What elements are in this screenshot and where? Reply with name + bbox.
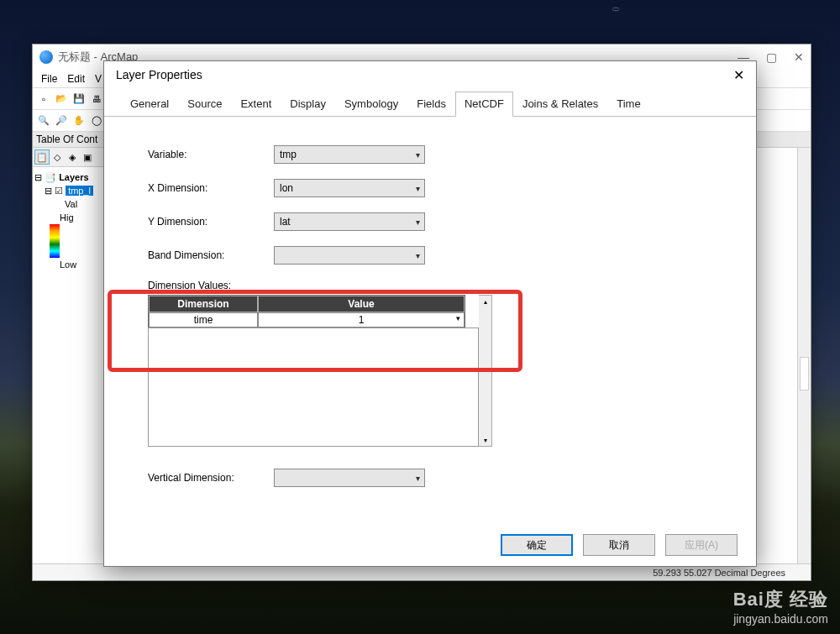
- table-row: time 1: [149, 312, 465, 327]
- dim-header-dimension: Dimension: [149, 296, 258, 312]
- tab-time[interactable]: Time: [607, 92, 649, 117]
- scroll-down-icon[interactable]: ▾: [479, 434, 491, 446]
- dim-cell-dimension[interactable]: time: [149, 312, 258, 327]
- tab-netcdf[interactable]: NetCDF: [455, 92, 513, 117]
- layer-node-tmp[interactable]: tmp_l: [66, 186, 93, 196]
- dimension-values-listbox[interactable]: [148, 327, 479, 447]
- layer-properties-dialog: Layer Properties ✕ General Source Extent…: [103, 60, 757, 567]
- dimension-values-label: Dimension Values:: [148, 280, 722, 291]
- menu-view[interactable]: V: [95, 73, 102, 85]
- tab-display[interactable]: Display: [281, 92, 335, 117]
- dimension-values-table[interactable]: Dimension Value time 1: [148, 295, 465, 328]
- dim-cell-value[interactable]: 1: [258, 312, 465, 327]
- dialog-close-button[interactable]: ✕: [733, 67, 744, 83]
- list-by-drawing-icon[interactable]: 📋: [34, 149, 50, 165]
- tab-source[interactable]: Source: [178, 92, 231, 117]
- tab-fields[interactable]: Fields: [407, 92, 455, 117]
- scroll-up-icon[interactable]: ▴: [479, 296, 491, 307]
- band-dimension-combo[interactable]: [274, 246, 425, 265]
- map-vertical-scrollbar[interactable]: [797, 148, 811, 566]
- zoom-in-icon[interactable]: 🔍: [36, 113, 51, 128]
- apply-button[interactable]: 应用(A): [665, 534, 738, 556]
- tab-joins-relates[interactable]: Joins & Relates: [513, 92, 607, 117]
- band-dimension-label: Band Dimension:: [148, 249, 274, 261]
- close-button[interactable]: ✕: [794, 50, 804, 64]
- dialog-body: Variable: tmp X Dimension: lon Y Dimensi…: [104, 117, 756, 524]
- tab-extent[interactable]: Extent: [231, 92, 281, 117]
- high-label: Hig: [34, 211, 114, 224]
- dim-table-scrollbar[interactable]: ▴ ▾: [479, 295, 492, 447]
- y-dimension-label: Y Dimension:: [148, 216, 274, 228]
- zoom-out-icon[interactable]: 🔎: [54, 113, 69, 128]
- x-dimension-combo[interactable]: lon: [274, 179, 425, 197]
- color-ramp: [50, 224, 60, 258]
- print-icon[interactable]: 🖶: [89, 92, 104, 107]
- dialog-footer: 确定 取消 应用(A): [501, 534, 738, 556]
- list-by-visibility-icon[interactable]: ◈: [65, 149, 80, 165]
- layers-root[interactable]: Layers: [59, 172, 88, 182]
- value-label: Val: [34, 197, 114, 211]
- maximize-button[interactable]: ▢: [766, 50, 777, 64]
- list-by-source-icon[interactable]: ◇: [50, 149, 65, 165]
- arcmap-logo-icon: [39, 50, 53, 64]
- dim-header-value: Value: [258, 296, 465, 312]
- dialog-titlebar: Layer Properties ✕: [104, 61, 756, 88]
- dialog-tabstrip: General Source Extent Display Symbology …: [104, 88, 756, 117]
- full-extent-icon[interactable]: ◯: [89, 113, 104, 128]
- new-doc-icon[interactable]: ▫: [36, 92, 51, 107]
- vertical-dimension-label: Vertical Dimension:: [148, 472, 274, 484]
- list-by-selection-icon[interactable]: ▣: [80, 149, 95, 165]
- open-icon[interactable]: 📂: [54, 92, 69, 107]
- save-icon[interactable]: 💾: [71, 92, 87, 107]
- variable-combo[interactable]: tmp: [274, 145, 425, 164]
- tab-symbology[interactable]: Symbology: [335, 92, 407, 117]
- y-dimension-combo[interactable]: lat: [274, 212, 425, 231]
- x-dimension-label: X Dimension:: [148, 182, 274, 194]
- menu-edit[interactable]: Edit: [67, 73, 85, 85]
- dialog-title: Layer Properties: [116, 68, 202, 81]
- vertical-dimension-combo[interactable]: [274, 469, 425, 487]
- cancel-button[interactable]: 取消: [583, 534, 655, 556]
- ok-button[interactable]: 确定: [501, 534, 573, 556]
- pan-icon[interactable]: ✋: [71, 113, 87, 128]
- menu-file[interactable]: File: [41, 73, 57, 85]
- variable-label: Variable:: [148, 149, 274, 160]
- tab-general[interactable]: General: [121, 92, 178, 117]
- cursor-coordinates: 59.293 55.027 Decimal Degrees: [653, 568, 785, 578]
- low-label: Low: [34, 258, 114, 271]
